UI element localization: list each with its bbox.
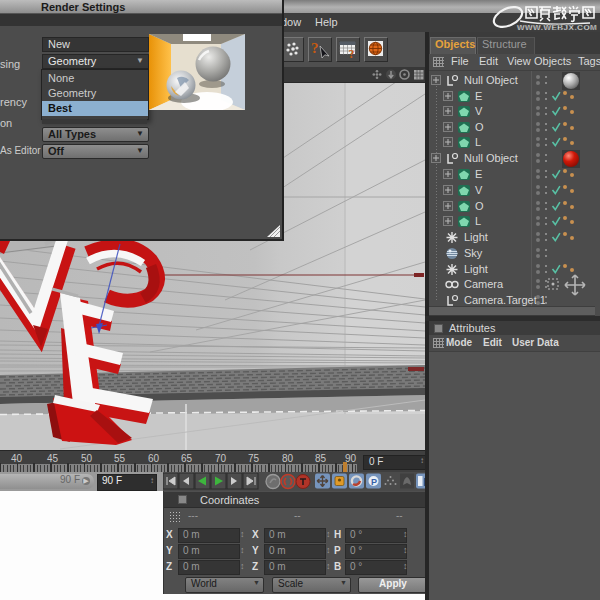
svg-text:?: ? bbox=[349, 47, 355, 61]
svg-text:P: P bbox=[371, 477, 377, 487]
svg-text:?: ? bbox=[311, 40, 319, 56]
svg-text:WWW.WEBJX.COM: WWW.WEBJX.COM bbox=[517, 23, 597, 32]
